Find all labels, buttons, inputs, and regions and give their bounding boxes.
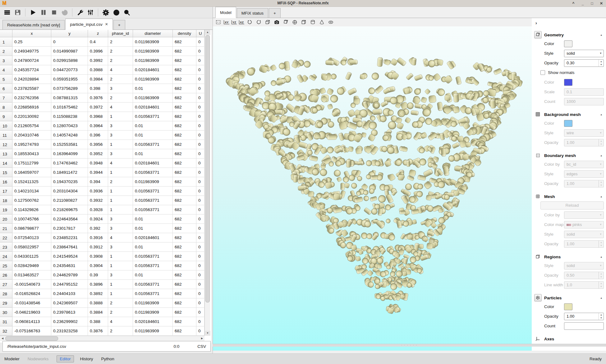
row-header[interactable]: 26 bbox=[0, 270, 12, 280]
table-cell[interactable]: 0.241549524 bbox=[51, 252, 88, 261]
table-cell[interactable]: 0.100745766 bbox=[12, 214, 51, 224]
spinner-arrows-icon[interactable]: ▲▼ bbox=[599, 313, 604, 320]
table-cell[interactable]: 0.3888 bbox=[88, 298, 108, 308]
table-cell[interactable]: 0.101675462 bbox=[51, 103, 88, 112]
row-header[interactable]: 14 bbox=[0, 159, 12, 168]
table-cell[interactable]: 682 bbox=[173, 140, 196, 149]
table-cell[interactable]: 682 bbox=[173, 224, 196, 233]
particles-opacity-spin[interactable]: 1.00▲▼ bbox=[564, 313, 604, 320]
table-cell[interactable]: 0.3916 bbox=[88, 233, 108, 242]
table-cell[interactable]: 0.204310746 bbox=[12, 131, 51, 140]
collapse-arrow-icon[interactable]: ▴ bbox=[600, 33, 602, 36]
column-header-phase_id[interactable]: phase_id bbox=[108, 30, 133, 37]
table-cell[interactable]: 0.152411325 bbox=[12, 177, 51, 187]
table-cell[interactable]: 0.086798677 bbox=[12, 224, 51, 233]
table-cell[interactable]: 0.163964099 bbox=[51, 149, 88, 159]
table-cell[interactable]: 0.013463527 bbox=[12, 270, 51, 280]
table-cell[interactable]: 4 bbox=[108, 317, 133, 326]
table-cell[interactable]: 0.3896 bbox=[88, 280, 108, 289]
table-cell[interactable]: 682 bbox=[173, 121, 196, 131]
table-cell[interactable]: 0.242028894 bbox=[12, 75, 51, 84]
column-header-z[interactable]: z bbox=[88, 30, 108, 37]
row-header[interactable]: 13 bbox=[0, 149, 12, 159]
table-cell[interactable]: 0.011983909 bbox=[133, 56, 173, 65]
table-cell[interactable]: 0 bbox=[196, 317, 204, 326]
menu-icon[interactable] bbox=[2, 8, 12, 17]
table-cell[interactable]: 682 bbox=[173, 233, 196, 242]
row-header[interactable]: 27 bbox=[0, 280, 12, 289]
row-header[interactable]: 2 bbox=[0, 47, 12, 56]
table-cell[interactable]: 0.3932 bbox=[88, 196, 108, 205]
table-cell[interactable]: 682 bbox=[173, 159, 196, 168]
mode-tab-python[interactable]: Python bbox=[101, 357, 114, 361]
table-cell[interactable]: 1 bbox=[108, 289, 133, 298]
table-cell[interactable]: -0.046219603 bbox=[12, 308, 51, 317]
cylinder-visibility-icon[interactable] bbox=[310, 19, 316, 25]
table-cell[interactable]: 0.3972 bbox=[88, 103, 108, 112]
row-header[interactable]: 4 bbox=[0, 65, 12, 75]
column-header-U[interactable]: U bbox=[196, 30, 204, 37]
table-cell[interactable]: 0.247800724 bbox=[12, 56, 51, 65]
table-cell[interactable]: 0.3944 bbox=[88, 168, 108, 177]
row-header[interactable]: 9 bbox=[0, 112, 12, 121]
table-cell[interactable]: 0.01 bbox=[133, 121, 173, 131]
table-cell[interactable]: 2 bbox=[108, 308, 133, 317]
table-cell[interactable]: 682 bbox=[173, 84, 196, 93]
table-cell[interactable]: 0.01 bbox=[133, 214, 173, 224]
table-cell[interactable]: 1 bbox=[108, 205, 133, 214]
table-cell[interactable]: 0 bbox=[196, 242, 204, 252]
row-header[interactable]: 32 bbox=[0, 326, 12, 336]
table-cell[interactable]: 0.3884 bbox=[88, 308, 108, 317]
search-icon[interactable] bbox=[122, 8, 132, 17]
column-header-x[interactable]: x bbox=[12, 30, 51, 37]
table-cell[interactable]: 0 bbox=[196, 187, 204, 196]
run-icon[interactable] bbox=[28, 8, 38, 17]
table-cell[interactable]: 0.020184601 bbox=[133, 233, 173, 242]
table-cell[interactable]: 1 bbox=[108, 196, 133, 205]
spinner-arrows-icon[interactable]: ▲▼ bbox=[599, 60, 604, 67]
row-header[interactable]: 7 bbox=[0, 93, 12, 103]
table-cell[interactable]: 0.184911472 bbox=[51, 168, 88, 177]
table-cell[interactable]: 0.011983909 bbox=[133, 37, 173, 47]
horizontal-scrollbar[interactable]: ◀ ▶ bbox=[0, 336, 204, 341]
scroll-thumb[interactable] bbox=[205, 35, 210, 302]
rotate-clockwise-icon[interactable] bbox=[255, 19, 262, 25]
table-cell[interactable]: 2 bbox=[108, 47, 133, 56]
table-cell[interactable]: 682 bbox=[173, 56, 196, 65]
row-header[interactable]: 18 bbox=[0, 196, 12, 205]
table-cell[interactable]: 0.164059707 bbox=[12, 168, 51, 177]
save-icon[interactable] bbox=[12, 8, 23, 17]
table-cell[interactable]: 0 bbox=[196, 280, 204, 289]
table-cell[interactable]: 0.114329826 bbox=[12, 205, 51, 214]
table-cell[interactable]: 2 bbox=[108, 37, 133, 47]
mode-tab-history[interactable]: History bbox=[80, 357, 93, 361]
table-cell[interactable]: 3 bbox=[108, 121, 133, 131]
table-cell[interactable]: 0.3924 bbox=[88, 214, 108, 224]
table-cell[interactable]: 0.020184601 bbox=[133, 103, 173, 112]
origin-marker-icon[interactable] bbox=[292, 19, 298, 25]
collapse-arrow-icon[interactable]: ▴ bbox=[600, 113, 602, 116]
table-cell[interactable]: 682 bbox=[173, 298, 196, 308]
table-cell[interactable]: 0 bbox=[196, 196, 204, 205]
table-cell[interactable]: 0.029915898 bbox=[51, 56, 88, 65]
table-cell[interactable]: 0.010563771 bbox=[133, 205, 173, 214]
table-cell[interactable]: 0.212605754 bbox=[12, 121, 51, 131]
table-cell[interactable]: 682 bbox=[173, 65, 196, 75]
table-cell[interactable]: -0.016526824 bbox=[12, 289, 51, 298]
row-header[interactable]: 3 bbox=[0, 56, 12, 65]
table-cell[interactable]: 0 bbox=[196, 298, 204, 308]
table-cell[interactable]: 682 bbox=[173, 214, 196, 224]
table-cell[interactable]: 0.010563771 bbox=[133, 289, 173, 298]
table-cell[interactable]: 0.175112799 bbox=[12, 159, 51, 168]
row-header[interactable]: 29 bbox=[0, 298, 12, 308]
table-cell[interactable]: -0.075166763 bbox=[12, 326, 51, 336]
table-cell[interactable]: 0.072540123 bbox=[12, 233, 51, 242]
table-cell[interactable]: 0.396 bbox=[88, 131, 108, 140]
table-cell[interactable]: 0.244629789 bbox=[51, 270, 88, 280]
table-cell[interactable]: 4 bbox=[108, 103, 133, 112]
table-cell[interactable]: 0.3908 bbox=[88, 252, 108, 261]
minimize-icon[interactable]: _ bbox=[581, 1, 585, 6]
table-cell[interactable]: 0.237825587 bbox=[12, 84, 51, 93]
table-cell[interactable]: 0.01 bbox=[133, 131, 173, 140]
new-viewport-tab-button[interactable]: + bbox=[269, 8, 281, 18]
